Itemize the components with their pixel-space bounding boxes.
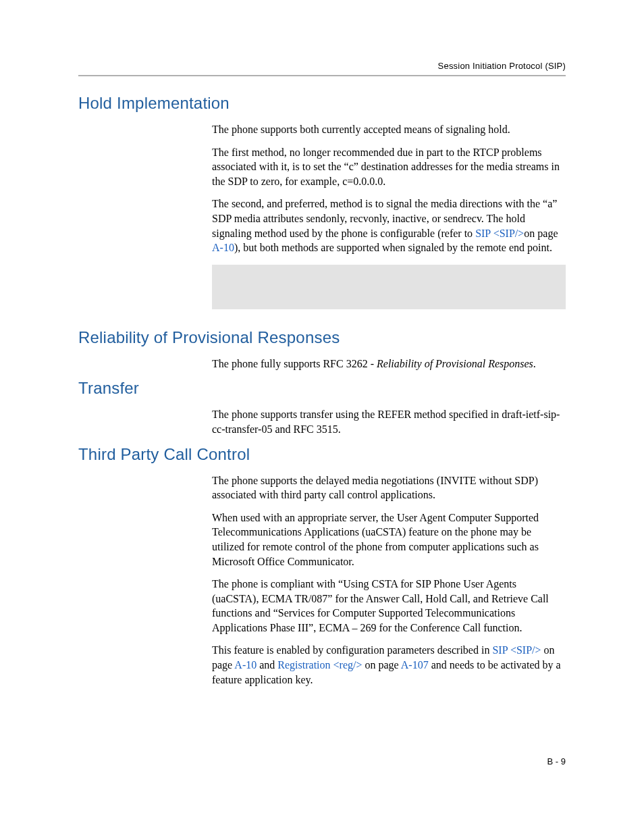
tpcc-p4-a: This feature is enabled by configuration…	[212, 644, 492, 656]
reliability-p1-a: The phone fully supports RFC 3262 -	[212, 358, 377, 369]
link-sip-sip-2[interactable]: SIP <SIP/>	[492, 644, 541, 656]
tpcc-p1: The phone supports the delayed media neg…	[212, 473, 566, 502]
hold-p3: The second, and preferred, method is to …	[212, 197, 566, 255]
link-page-a107[interactable]: A-107	[401, 659, 429, 671]
tpcc-body: The phone supports the delayed media neg…	[212, 473, 566, 687]
tpcc-p4-c: and	[257, 659, 277, 671]
transfer-p1: The phone supports transfer using the RE…	[212, 407, 566, 436]
link-page-a10-2[interactable]: A-10	[234, 659, 257, 671]
reliability-p1: The phone fully supports RFC 3262 - Reli…	[212, 357, 566, 371]
hold-p2: The first method, no longer recommended …	[212, 145, 566, 189]
page-number: B - 9	[547, 756, 566, 766]
note-placeholder-box	[212, 265, 566, 309]
tpcc-p4-d: on page	[362, 659, 400, 671]
heading-third-party-call-control: Third Party Call Control	[78, 445, 566, 464]
tpcc-p4: This feature is enabled by configuration…	[212, 643, 566, 687]
transfer-body: The phone supports transfer using the RE…	[212, 407, 566, 436]
reliability-body: The phone fully supports RFC 3262 - Reli…	[212, 357, 566, 371]
tpcc-p2: When used with an appropriate server, th…	[212, 511, 566, 569]
hold-p3-text-c: ), but both methods are supported when s…	[234, 242, 552, 253]
hold-p1: The phone supports both currently accept…	[212, 122, 566, 137]
link-sip-sip[interactable]: SIP <SIP/>	[475, 228, 524, 239]
page-container: Session Initiation Protocol (SIP) Hold I…	[0, 0, 644, 834]
running-header: Session Initiation Protocol (SIP)	[78, 61, 566, 71]
hold-p3-text-b: on page	[524, 228, 558, 239]
tpcc-p3: The phone is compliant with “Using CSTA …	[212, 577, 566, 635]
hold-body: The phone supports both currently accept…	[212, 122, 566, 255]
heading-hold-implementation: Hold Implementation	[78, 94, 566, 113]
link-registration-reg[interactable]: Registration <reg/>	[277, 659, 362, 671]
reliability-p1-italic: Reliability of Provisional Responses	[377, 358, 533, 369]
heading-reliability: Reliability of Provisional Responses	[78, 328, 566, 347]
reliability-p1-b: .	[533, 358, 536, 369]
header-rule	[78, 75, 566, 76]
heading-transfer: Transfer	[78, 379, 566, 398]
link-page-a10[interactable]: A-10	[212, 242, 234, 253]
